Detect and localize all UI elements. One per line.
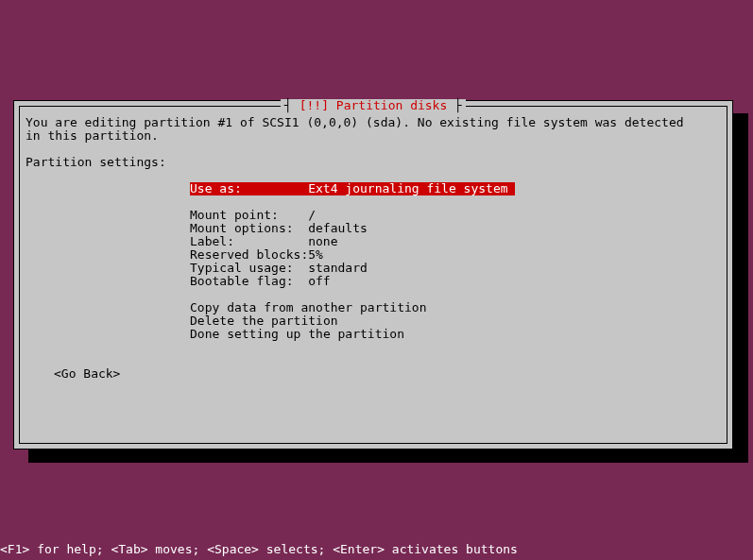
action-label: Done setting up the partition — [190, 328, 404, 341]
action-label: Delete the partition — [190, 314, 338, 328]
setting-bootable-flag[interactable]: Bootable flag: off — [190, 275, 721, 288]
dialog-title: ┤ [!!] Partition disks ├ — [281, 99, 466, 112]
setting-value: none — [308, 235, 337, 248]
action-copy-data[interactable]: Copy data from another partition — [190, 301, 721, 314]
dialog-inner: ┤ [!!] Partition disks ├ You are editing… — [19, 106, 727, 444]
intro-line-2: in this partition. — [26, 129, 721, 143]
setting-mount-point[interactable]: Mount point: / — [190, 209, 721, 222]
setting-label: Typical usage: — [190, 262, 308, 275]
go-back-button[interactable]: <Go Back> — [54, 367, 721, 381]
dashes-left: ┤ — [284, 98, 299, 112]
setting-label: Label: — [190, 235, 308, 248]
title-text: Partition disks — [336, 98, 447, 112]
setting-mount-options[interactable]: Mount options: defaults — [190, 222, 721, 235]
setting-value: 5% — [308, 248, 323, 262]
dialog-title-wrap: ┤ [!!] Partition disks ├ — [20, 106, 727, 119]
settings-list: Use as: Ext4 journaling file system Moun… — [190, 182, 721, 341]
setting-value: / — [308, 209, 316, 222]
settings-header: Partition settings: — [26, 156, 721, 169]
setting-use-as[interactable]: Use as: Ext4 journaling file system — [190, 182, 515, 195]
setting-value: off — [308, 275, 330, 288]
action-done-setting-up[interactable]: Done setting up the partition — [190, 328, 721, 341]
setting-label: Mount options: — [190, 222, 308, 235]
setting-label: Reserved blocks: — [190, 248, 308, 262]
setting-reserved-blocks[interactable]: Reserved blocks:5% — [190, 248, 721, 262]
setting-value: standard — [308, 262, 368, 275]
setting-value: Ext4 journaling file system — [308, 182, 507, 195]
setting-label: Use as: — [190, 182, 308, 195]
partition-dialog: ┤ [!!] Partition disks ├ You are editing… — [13, 100, 733, 450]
setting-typical-usage[interactable]: Typical usage: standard — [190, 262, 721, 275]
action-label: Copy data from another partition — [190, 301, 426, 314]
dashes-right: ├ — [447, 98, 462, 112]
setting-label: Bootable flag: — [190, 275, 308, 288]
setting-label-row[interactable]: Label: none — [190, 235, 721, 248]
action-delete-partition[interactable]: Delete the partition — [190, 314, 721, 328]
setting-value: defaults — [308, 222, 368, 235]
setting-label: Mount point: — [190, 209, 308, 222]
title-bang: [!!] — [299, 98, 336, 112]
help-footer: <F1> for help; <Tab> moves; <Space> sele… — [0, 543, 518, 556]
